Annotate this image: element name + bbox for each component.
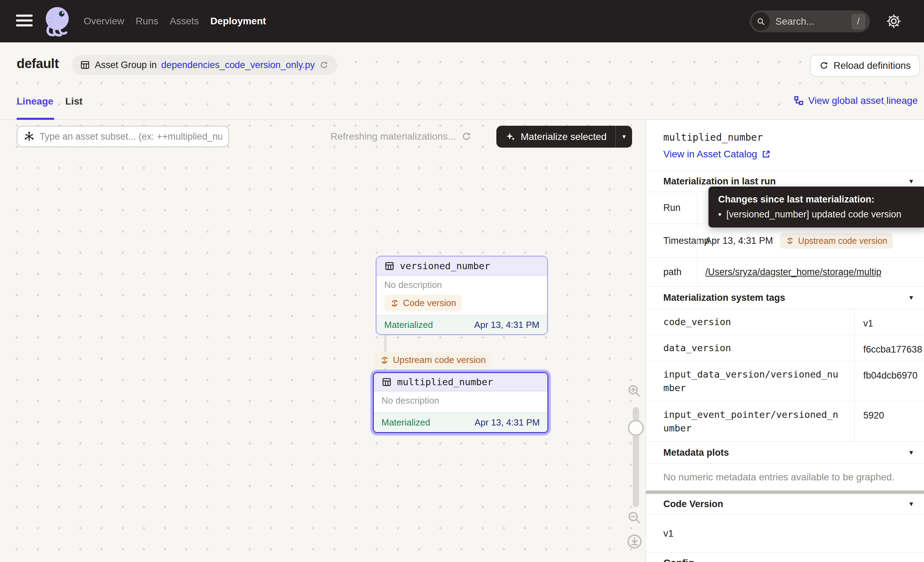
tag-value: v1 — [854, 309, 924, 335]
search-input[interactable] — [776, 16, 852, 27]
tag-value: 5920 — [854, 401, 924, 442]
download-image-icon[interactable] — [626, 533, 643, 550]
section-header-label: Materialization system tags — [663, 293, 785, 303]
materialized-status: Materialized — [384, 320, 433, 330]
asset-subset-input[interactable] — [40, 131, 222, 142]
system-tag-row: code_version v1 — [646, 309, 924, 335]
section-config[interactable]: Config — [646, 553, 924, 562]
section-header-label: Metadata plots — [663, 447, 729, 458]
changes-tooltip: Changes since last materialization: • [v… — [708, 186, 924, 227]
collapse-caret-icon: ▼ — [908, 449, 914, 457]
timestamp-value[interactable]: Apr 13, 4:31 PM — [705, 236, 773, 246]
tab-list[interactable]: List — [65, 96, 82, 107]
section-header-label: Materialization in last run — [663, 176, 776, 187]
system-tag-row: input_data_version/versioned_number fb04… — [646, 361, 924, 401]
view-global-asset-lineage-label: View global asset lineage — [808, 95, 918, 106]
global-search[interactable]: / — [750, 11, 870, 32]
zoom-slider-handle[interactable] — [628, 420, 644, 436]
asset-node-body: No description Code version — [376, 276, 547, 315]
dagster-app: Overview Runs Assets Deployment / defaul… — [0, 0, 924, 562]
tab-lineage[interactable]: Lineage — [16, 96, 54, 107]
refresh-icon[interactable] — [320, 60, 329, 70]
code-version-sync-icon — [786, 236, 794, 245]
zoom-in-icon[interactable] — [626, 383, 642, 399]
tag-key: input_event_pointer/versioned_number — [646, 401, 854, 442]
materialized-timestamp[interactable]: Apr 13, 4:31 PM — [474, 417, 540, 428]
upstream-code-version-tag[interactable]: Upstream code version — [374, 352, 492, 368]
section-code-version[interactable]: Code Version ▼ — [646, 494, 924, 514]
primary-nav: Overview Runs Assets Deployment — [84, 0, 266, 42]
collapse-caret-icon: ▼ — [908, 178, 914, 185]
view-global-asset-lineage-link[interactable]: View global asset lineage — [794, 95, 918, 106]
collapse-caret-icon: ▼ — [908, 294, 914, 302]
timestamp-row: Timestamp Apr 13, 4:31 PM Upstream — [646, 224, 924, 258]
refreshing-status: Refreshing materializations... — [330, 131, 472, 142]
run-label: Run — [646, 192, 698, 224]
sidebar-splitter-handle[interactable] — [646, 490, 924, 494]
materialize-options-caret[interactable]: ▼ — [615, 126, 632, 147]
asset-node-footer: Materialized Apr 13, 4:31 PM — [374, 412, 548, 432]
section-metadata-plots[interactable]: Metadata plots ▼ — [646, 442, 924, 464]
upstream-code-version-tag[interactable]: Upstream code version — [780, 233, 893, 249]
zoom-out-icon[interactable] — [626, 509, 642, 526]
section-header-label: Code Version — [663, 499, 723, 509]
asset-subset-filter[interactable] — [16, 126, 229, 147]
asset-group-file-link[interactable]: dependencies_code_version_only.py — [161, 60, 315, 71]
code-version-sync-icon — [380, 356, 389, 365]
lineage-graph-pane[interactable]: Refreshing materializations... Materiali… — [0, 120, 646, 562]
path-label: path — [646, 258, 698, 286]
upstream-code-version-label: Upstream code version — [393, 355, 486, 365]
tag-key: code_version — [646, 309, 854, 335]
op-selector-icon — [24, 131, 35, 142]
page-title: default — [16, 56, 58, 71]
reload-definitions-button[interactable]: Reload definitions — [810, 55, 920, 77]
asset-node-name: versioned_number — [400, 260, 490, 271]
tag-key: data_version — [646, 335, 854, 361]
code-version-tag[interactable]: Code version — [384, 295, 462, 311]
system-tag-row: data_version f6ccba177638 — [646, 335, 924, 361]
reload-definitions-label: Reload definitions — [833, 60, 911, 71]
materialize-selected-button[interactable]: Materialize selected — [496, 126, 615, 147]
external-link-icon — [761, 149, 771, 159]
asset-node-versioned-number[interactable]: versioned_number No description — [376, 255, 548, 335]
search-icon — [752, 12, 770, 30]
code-version-sync-icon — [390, 299, 399, 308]
top-nav: Overview Runs Assets Deployment / — [0, 0, 924, 42]
view-in-asset-catalog-link[interactable]: View in Asset Catalog — [663, 149, 771, 160]
table-icon — [384, 261, 394, 271]
asset-group-table-icon — [80, 60, 90, 70]
lineage-graph-icon — [794, 96, 804, 106]
nav-item-deployment[interactable]: Deployment — [210, 16, 266, 27]
refresh-materializations-icon[interactable] — [461, 131, 472, 142]
nav-item-overview[interactable]: Overview — [84, 16, 124, 27]
code-version-value: v1 — [646, 514, 924, 553]
section-materialization-system-tags[interactable]: Materialization system tags ▼ — [646, 287, 924, 309]
collapse-caret-icon: ▼ — [908, 500, 914, 508]
materialize-selected-label: Materialize selected — [520, 131, 606, 143]
asset-node-footer: Materialized Apr 13, 4:31 PM — [376, 315, 547, 334]
path-row: path /Users/sryza/dagster_home/storage/m… — [646, 258, 924, 287]
table-icon — [381, 377, 392, 387]
timestamp-label: Timestamp — [646, 224, 698, 257]
asset-node-multiplied-number[interactable]: multiplied_number No description Materia… — [373, 372, 548, 433]
view-in-asset-catalog-label: View in Asset Catalog — [663, 149, 757, 160]
asset-node-description: No description — [384, 279, 539, 290]
tag-value: f6ccba177638 — [854, 335, 924, 361]
sidebar-asset-title-block: multiplied_number View in Asset Catalog — [646, 120, 924, 171]
materialize-selected-button-group: Materialize selected ▼ — [496, 126, 632, 147]
asset-group-prefix: Asset Group in — [95, 60, 157, 71]
menu-icon[interactable] — [16, 15, 33, 28]
asset-node-header: versioned_number — [376, 257, 547, 276]
materialized-timestamp[interactable]: Apr 13, 4:31 PM — [474, 320, 539, 330]
search-shortcut-badge: / — [852, 14, 866, 30]
path-link[interactable]: /Users/sryza/dagster_home/storage/multip — [705, 267, 881, 278]
code-version-tag-label: Code version — [403, 298, 456, 308]
asset-node-name: multiplied_number — [397, 377, 493, 387]
tooltip-change-item: [versioned_number] updated code version — [726, 209, 901, 220]
nav-item-assets[interactable]: Assets — [170, 16, 199, 27]
refreshing-label: Refreshing materializations... — [330, 131, 456, 142]
dagster-logo-icon[interactable] — [40, 5, 72, 38]
settings-gear-icon[interactable] — [886, 13, 902, 29]
nav-item-runs[interactable]: Runs — [136, 16, 158, 27]
asset-group-breadcrumb: Asset Group in dependencies_code_version… — [72, 55, 337, 75]
